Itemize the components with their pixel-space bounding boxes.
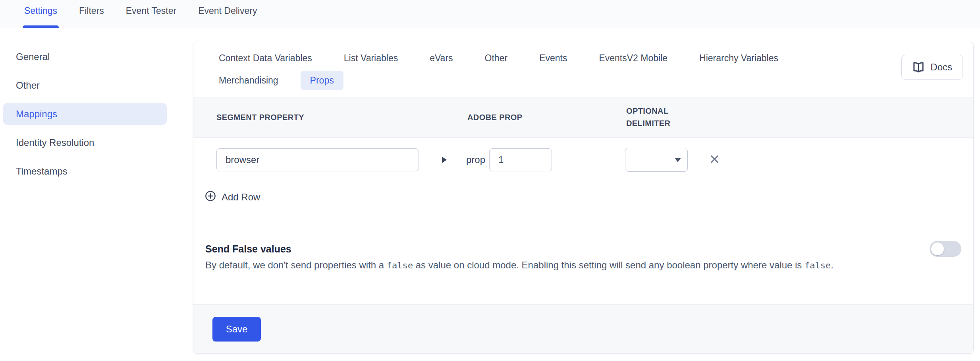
tab-merchandising[interactable]: Merchandising [209, 71, 288, 90]
segment-property-input[interactable] [216, 148, 419, 171]
save-button[interactable]: Save [212, 317, 261, 342]
send-false-section: Send False values By default, we don't s… [205, 243, 961, 274]
sidebar-item-other[interactable]: Other [3, 74, 167, 96]
toggle-knob [931, 243, 944, 255]
mapping-tabs-row-2: Merchandising Props [209, 71, 963, 90]
send-false-toggle[interactable] [930, 241, 961, 257]
tab-props[interactable]: Props [301, 71, 343, 90]
mapping-table-row: prop [193, 148, 973, 172]
plus-circle-icon [204, 190, 216, 204]
sidebar-item-general[interactable]: General [3, 46, 167, 68]
tab-context-data-variables[interactable]: Context Data Variables [209, 49, 322, 68]
content-layout: General Other Mappings Identity Resoluti… [0, 28, 980, 361]
top-nav: Settings Filters Event Tester Event Deli… [0, 0, 980, 28]
adobe-prop-number-input[interactable] [489, 148, 552, 171]
sidebar-item-timestamps[interactable]: Timestamps [3, 160, 167, 182]
false-code-literal: false [387, 260, 413, 270]
send-false-desc-part: By default, we don't send properties wit… [205, 260, 387, 270]
card-footer: Save [193, 304, 973, 353]
nav-tab-event-delivery[interactable]: Event Delivery [197, 0, 259, 28]
docs-button[interactable]: Docs [901, 55, 963, 80]
main-content: Context Data Variables List Variables eV… [180, 28, 980, 361]
send-false-description: By default, we don't send properties wit… [205, 257, 928, 274]
mapping-tabs-row-1: Context Data Variables List Variables eV… [209, 49, 963, 68]
tab-hierarchy-variables[interactable]: Hierarchy Variables [690, 49, 788, 68]
sidebar-item-mappings[interactable]: Mappings [3, 103, 167, 125]
tab-other[interactable]: Other [475, 49, 517, 68]
tab-events[interactable]: Events [530, 49, 577, 68]
tab-eventsv2-mobile[interactable]: EventsV2 Mobile [589, 49, 677, 68]
mapping-table-header: SEGMENT PROPERTY ADOBE PROP OPTIONAL DEL… [193, 97, 973, 138]
docs-button-label: Docs [930, 62, 952, 73]
mappings-card: Context Data Variables List Variables eV… [193, 42, 974, 354]
remove-row-button[interactable] [708, 152, 721, 167]
nav-tab-filters[interactable]: Filters [77, 0, 106, 28]
tab-evars[interactable]: eVars [420, 49, 462, 68]
send-false-title: Send False values [205, 243, 961, 255]
column-header-adobe-prop: ADOBE PROP [467, 111, 626, 124]
column-header-optional-delimiter: OPTIONAL DELIMITER [626, 105, 690, 130]
column-header-segment-property: SEGMENT PROPERTY [216, 111, 467, 124]
sidebar-item-identity-resolution[interactable]: Identity Resolution [3, 132, 167, 153]
destination-settings-page: Settings Filters Event Tester Event Deli… [0, 0, 980, 361]
arrow-right-icon [442, 157, 447, 163]
nav-tab-event-tester[interactable]: Event Tester [124, 0, 178, 28]
adobe-prop-prefix-label: prop [466, 154, 485, 165]
add-row-label: Add Row [222, 192, 260, 203]
caret-down-icon [675, 158, 681, 162]
close-icon [709, 154, 720, 166]
send-false-desc-part: . [831, 260, 833, 270]
book-icon [912, 61, 925, 74]
false-code-literal: false [804, 260, 831, 270]
mappings-card-header: Context Data Variables List Variables eV… [193, 42, 973, 97]
add-row-button[interactable]: Add Row [204, 190, 260, 204]
optional-delimiter-select[interactable] [625, 148, 688, 172]
settings-sidebar: General Other Mappings Identity Resoluti… [0, 28, 180, 361]
tab-list-variables[interactable]: List Variables [334, 49, 407, 68]
nav-tab-settings[interactable]: Settings [23, 0, 59, 28]
send-false-desc-part: as value on cloud mode. Enabling this se… [413, 260, 804, 270]
